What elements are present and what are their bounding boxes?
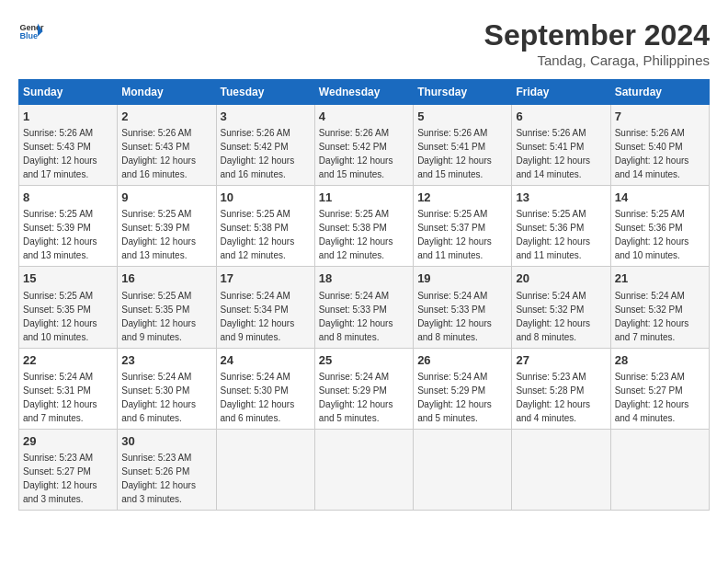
calendar-week-2: 8Sunrise: 5:25 AMSunset: 5:39 PMDaylight… bbox=[19, 186, 710, 267]
daylight-text: Daylight: 12 hours and 15 minutes. bbox=[319, 155, 393, 179]
sunset-text: Sunset: 5:35 PM bbox=[23, 304, 91, 315]
sunrise-text: Sunrise: 5:25 AM bbox=[23, 291, 93, 301]
sunrise-text: Sunrise: 5:24 AM bbox=[516, 291, 586, 301]
calendar-cell bbox=[314, 429, 413, 510]
day-number: 23 bbox=[121, 352, 211, 369]
daylight-text: Daylight: 12 hours and 6 minutes. bbox=[121, 399, 196, 423]
calendar-cell: 21Sunrise: 5:24 AMSunset: 5:32 PMDayligh… bbox=[610, 267, 709, 348]
calendar-cell: 4Sunrise: 5:26 AMSunset: 5:42 PMDaylight… bbox=[314, 105, 413, 186]
day-number: 21 bbox=[615, 270, 705, 287]
calendar-cell: 1Sunrise: 5:26 AMSunset: 5:43 PMDaylight… bbox=[19, 105, 118, 186]
calendar-cell: 16Sunrise: 5:25 AMSunset: 5:35 PMDayligh… bbox=[118, 267, 216, 348]
header-row: Sunday Monday Tuesday Wednesday Thursday… bbox=[19, 80, 710, 105]
calendar-cell: 24Sunrise: 5:24 AMSunset: 5:30 PMDayligh… bbox=[216, 348, 314, 429]
day-number: 20 bbox=[516, 270, 606, 287]
calendar-cell: 27Sunrise: 5:23 AMSunset: 5:28 PMDayligh… bbox=[512, 348, 610, 429]
day-number: 30 bbox=[121, 433, 211, 450]
sunrise-text: Sunrise: 5:26 AM bbox=[221, 128, 290, 138]
sunrise-text: Sunrise: 5:25 AM bbox=[615, 209, 685, 219]
day-number: 6 bbox=[516, 109, 606, 125]
sunrise-text: Sunrise: 5:26 AM bbox=[516, 128, 586, 138]
calendar-cell: 7Sunrise: 5:26 AMSunset: 5:40 PMDaylight… bbox=[610, 105, 709, 186]
col-wednesday: Wednesday bbox=[314, 80, 413, 105]
title-block: September 2024 Tandag, Caraga, Philippin… bbox=[484, 18, 710, 68]
daylight-text: Daylight: 12 hours and 10 minutes. bbox=[615, 236, 689, 260]
calendar-cell: 10Sunrise: 5:25 AMSunset: 5:38 PMDayligh… bbox=[216, 186, 314, 267]
sunrise-text: Sunrise: 5:26 AM bbox=[121, 128, 191, 138]
daylight-text: Daylight: 12 hours and 14 minutes. bbox=[516, 155, 590, 179]
calendar-cell bbox=[512, 429, 610, 510]
calendar-cell: 15Sunrise: 5:25 AMSunset: 5:35 PMDayligh… bbox=[19, 267, 118, 348]
daylight-text: Daylight: 12 hours and 15 minutes. bbox=[417, 155, 492, 179]
daylight-text: Daylight: 12 hours and 9 minutes. bbox=[221, 318, 295, 342]
sunrise-text: Sunrise: 5:23 AM bbox=[516, 372, 586, 382]
day-number: 14 bbox=[615, 190, 705, 206]
calendar-week-1: 1Sunrise: 5:26 AMSunset: 5:43 PMDaylight… bbox=[19, 105, 710, 186]
daylight-text: Daylight: 12 hours and 3 minutes. bbox=[23, 480, 97, 504]
sunset-text: Sunset: 5:26 PM bbox=[121, 466, 189, 477]
sunrise-text: Sunrise: 5:25 AM bbox=[417, 209, 487, 219]
sunset-text: Sunset: 5:33 PM bbox=[319, 304, 387, 315]
calendar-week-4: 22Sunrise: 5:24 AMSunset: 5:31 PMDayligh… bbox=[19, 348, 710, 429]
sunset-text: Sunset: 5:37 PM bbox=[417, 223, 485, 233]
sunset-text: Sunset: 5:42 PM bbox=[319, 142, 387, 152]
month-title: September 2024 bbox=[484, 18, 710, 52]
day-number: 3 bbox=[221, 109, 311, 125]
sunrise-text: Sunrise: 5:24 AM bbox=[23, 372, 93, 382]
day-number: 1 bbox=[23, 109, 113, 125]
day-number: 12 bbox=[417, 190, 507, 206]
sunset-text: Sunset: 5:34 PM bbox=[221, 304, 289, 315]
sunset-text: Sunset: 5:33 PM bbox=[417, 304, 485, 315]
sunset-text: Sunset: 5:36 PM bbox=[516, 223, 584, 233]
daylight-text: Daylight: 12 hours and 8 minutes. bbox=[319, 318, 393, 342]
sunrise-text: Sunrise: 5:25 AM bbox=[221, 209, 290, 219]
header: General Blue September 2024 Tandag, Cara… bbox=[18, 18, 710, 68]
sunrise-text: Sunrise: 5:26 AM bbox=[319, 128, 389, 138]
sunset-text: Sunset: 5:31 PM bbox=[23, 385, 91, 396]
day-number: 2 bbox=[121, 109, 211, 125]
sunset-text: Sunset: 5:35 PM bbox=[121, 304, 189, 315]
sunrise-text: Sunrise: 5:26 AM bbox=[615, 128, 685, 138]
calendar-cell: 19Sunrise: 5:24 AMSunset: 5:33 PMDayligh… bbox=[414, 267, 512, 348]
daylight-text: Daylight: 12 hours and 3 minutes. bbox=[121, 480, 196, 504]
page-container: General Blue September 2024 Tandag, Cara… bbox=[0, 0, 728, 520]
sunrise-text: Sunrise: 5:26 AM bbox=[23, 128, 93, 138]
sunrise-text: Sunrise: 5:24 AM bbox=[121, 372, 191, 382]
sunset-text: Sunset: 5:27 PM bbox=[615, 385, 683, 396]
calendar-cell: 14Sunrise: 5:25 AMSunset: 5:36 PMDayligh… bbox=[610, 186, 709, 267]
sunset-text: Sunset: 5:43 PM bbox=[121, 142, 189, 152]
sunrise-text: Sunrise: 5:23 AM bbox=[121, 453, 191, 463]
calendar-cell: 30Sunrise: 5:23 AMSunset: 5:26 PMDayligh… bbox=[118, 429, 216, 510]
calendar-cell bbox=[216, 429, 314, 510]
sunrise-text: Sunrise: 5:24 AM bbox=[615, 291, 685, 301]
sunset-text: Sunset: 5:40 PM bbox=[615, 142, 683, 152]
col-saturday: Saturday bbox=[610, 80, 709, 105]
sunrise-text: Sunrise: 5:24 AM bbox=[319, 372, 389, 382]
day-number: 17 bbox=[221, 270, 311, 287]
daylight-text: Daylight: 12 hours and 16 minutes. bbox=[221, 155, 295, 179]
daylight-text: Daylight: 12 hours and 8 minutes. bbox=[516, 318, 590, 342]
day-number: 24 bbox=[221, 352, 311, 369]
sunset-text: Sunset: 5:29 PM bbox=[417, 385, 485, 396]
calendar-cell: 11Sunrise: 5:25 AMSunset: 5:38 PMDayligh… bbox=[314, 186, 413, 267]
daylight-text: Daylight: 12 hours and 11 minutes. bbox=[516, 236, 590, 260]
daylight-text: Daylight: 12 hours and 13 minutes. bbox=[23, 236, 97, 260]
calendar-table: Sunday Monday Tuesday Wednesday Thursday… bbox=[18, 79, 710, 511]
calendar-cell: 17Sunrise: 5:24 AMSunset: 5:34 PMDayligh… bbox=[216, 267, 314, 348]
col-tuesday: Tuesday bbox=[216, 80, 314, 105]
day-number: 22 bbox=[23, 352, 113, 369]
daylight-text: Daylight: 12 hours and 12 minutes. bbox=[319, 236, 393, 260]
day-number: 27 bbox=[516, 352, 606, 369]
sunset-text: Sunset: 5:29 PM bbox=[319, 385, 387, 396]
calendar-cell: 2Sunrise: 5:26 AMSunset: 5:43 PMDaylight… bbox=[118, 105, 216, 186]
calendar-cell: 26Sunrise: 5:24 AMSunset: 5:29 PMDayligh… bbox=[414, 348, 512, 429]
day-number: 11 bbox=[319, 190, 409, 206]
sunrise-text: Sunrise: 5:26 AM bbox=[417, 128, 487, 138]
logo: General Blue bbox=[18, 18, 44, 44]
sunrise-text: Sunrise: 5:23 AM bbox=[23, 453, 93, 463]
daylight-text: Daylight: 12 hours and 11 minutes. bbox=[417, 236, 492, 260]
daylight-text: Daylight: 12 hours and 7 minutes. bbox=[615, 318, 689, 342]
daylight-text: Daylight: 12 hours and 10 minutes. bbox=[23, 318, 97, 342]
day-number: 8 bbox=[23, 190, 113, 206]
sunrise-text: Sunrise: 5:24 AM bbox=[221, 372, 290, 382]
